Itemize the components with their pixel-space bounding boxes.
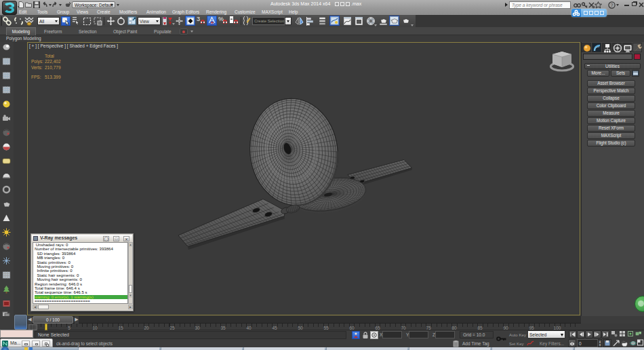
- svg-text:?: ?: [611, 3, 613, 7]
- svg-text:%: %: [218, 16, 224, 22]
- svg-text:3: 3: [197, 16, 200, 22]
